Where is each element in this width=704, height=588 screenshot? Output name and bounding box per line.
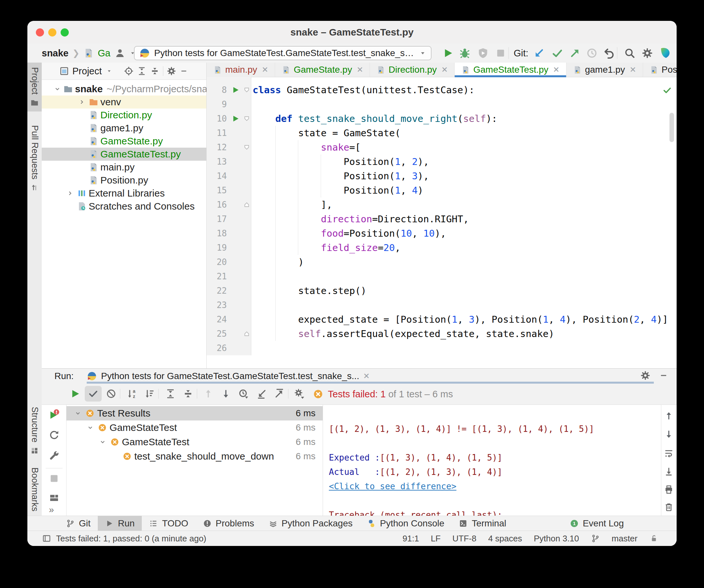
toolwindow-button-python-console[interactable]: Python Console [360, 516, 452, 531]
editor-tab-main-py[interactable]: main.py✕ [207, 63, 275, 77]
toolwindow-button-python-packages[interactable]: Python Packages [261, 516, 360, 531]
panel-options-button[interactable] [167, 66, 176, 76]
toolwindow-toggle-icon[interactable] [42, 534, 52, 543]
code-line-10[interactable]: 10 def test_snake_should_move_right(self… [207, 112, 677, 126]
rerun-button[interactable] [70, 388, 81, 399]
code-line-26[interactable]: 26 [207, 341, 677, 355]
show-ignored-button[interactable] [106, 388, 117, 399]
code-line-8[interactable]: 8class GameStateTest(unittest.TestCase): [207, 83, 677, 97]
code-line-18[interactable]: 18 food=Position(10, 10), [207, 226, 677, 241]
sort-by-duration-button[interactable] [144, 388, 155, 399]
project-tree-item-gamestatetest-py[interactable]: GameStateTest.py [42, 148, 206, 161]
project-tree-item-main-py[interactable]: main.py [42, 161, 206, 174]
sort-alphabetically-button[interactable]: az [126, 388, 137, 399]
chevron-down-icon[interactable] [106, 68, 112, 74]
project-tree-item-direction-py[interactable]: Direction.py [42, 109, 206, 122]
code-line-9[interactable]: 9 [207, 97, 677, 112]
coverage-button[interactable] [477, 47, 489, 59]
code-line-24[interactable]: 24 expected_state = [Position(1, 3), Pos… [207, 312, 677, 327]
toolwindow-button-git[interactable]: Git [59, 516, 98, 531]
editor-scrollbar[interactable] [669, 113, 674, 142]
status-message[interactable]: Tests failed: 1, passed: 0 (a minute ago… [56, 534, 206, 544]
git-commit-button[interactable] [551, 47, 563, 59]
toolwindow-button-run[interactable]: Run [98, 516, 142, 531]
project-panel-title[interactable]: Project [72, 66, 102, 76]
code-line-14[interactable]: 14 Position(1, 3), [207, 169, 677, 183]
editor-tab-direction-py[interactable]: Direction.py✕ [370, 63, 455, 77]
code-line-15[interactable]: 15 Position(1, 4) [207, 183, 677, 197]
chevron-down-icon[interactable] [85, 424, 95, 431]
status-item-lf[interactable]: LF [431, 534, 441, 544]
project-tree-item-external-libraries[interactable]: External Libraries [42, 187, 206, 200]
navbar-file[interactable]: Ga [98, 48, 111, 59]
toolwindow-button-terminal[interactable]: Terminal [452, 516, 513, 531]
chevron-down-icon[interactable] [53, 85, 61, 93]
sidebar-item-structure[interactable]: Structure [27, 402, 42, 460]
test-history-button[interactable] [238, 388, 249, 399]
fold-marker-icon[interactable] [242, 143, 251, 152]
collapse-all-button[interactable] [150, 66, 160, 76]
show-passed-button[interactable] [88, 388, 99, 399]
scroll-to-end-button[interactable] [663, 466, 674, 476]
locate-file-button[interactable] [124, 66, 134, 76]
fold-marker-icon[interactable] [242, 86, 251, 94]
print-button[interactable] [663, 484, 674, 495]
test-console-output[interactable]: [(1, 2), (1, 3), (1, 4)] != [(1, 3), (1,… [323, 405, 661, 516]
project-tree-item-snake[interactable]: snake~/PycharmProjects/snak [42, 82, 206, 96]
chevron-right-icon[interactable] [65, 189, 75, 197]
sidebar-item-pull-requests[interactable]: Pull Requests [27, 121, 42, 196]
chevron-down-icon[interactable] [73, 409, 83, 417]
lock-icon[interactable] [649, 534, 658, 543]
code-line-11[interactable]: 11 state = GameState( [207, 126, 677, 140]
expand-all-button[interactable] [165, 388, 176, 399]
export-results-button[interactable] [274, 388, 285, 399]
next-failed-button[interactable] [220, 388, 231, 399]
chevron-right-icon[interactable] [77, 98, 87, 106]
sidebar-item-project[interactable]: Project [27, 63, 42, 112]
code-with-me-icon[interactable] [658, 47, 671, 60]
search-everywhere-button[interactable] [624, 47, 636, 59]
history-button[interactable] [586, 47, 598, 59]
scroll-down-button[interactable] [663, 429, 674, 439]
code-line-12[interactable]: 12 snake=[ [207, 140, 677, 155]
status-item-python-3.10[interactable]: Python 3.10 [534, 534, 579, 544]
run-button[interactable] [442, 47, 454, 59]
run-settings-button[interactable] [48, 451, 60, 462]
code-line-19[interactable]: 19 field_size=20, [207, 241, 677, 255]
hide-panel-button[interactable] [180, 67, 188, 75]
project-tree-item-gamestate-py[interactable]: GameState.py [42, 135, 206, 148]
editor-tab-gamestatetest-py[interactable]: GameStateTest.py✕ [455, 63, 566, 77]
code-line-13[interactable]: 13 Position(1, 2), [207, 155, 677, 169]
project-tree-item-position-py[interactable]: Position.py [42, 174, 206, 187]
git-update-button[interactable] [533, 47, 545, 59]
run-test-gutter-icon[interactable] [231, 114, 240, 123]
test-tree-item-test-snake-should-move-down[interactable]: test_snake_should_move_down6 ms [66, 449, 322, 464]
settings-button[interactable] [641, 47, 653, 59]
fold-marker-icon[interactable] [242, 330, 251, 338]
code-line-22[interactable]: 22 state.step() [207, 284, 677, 298]
project-tree-item-venv[interactable]: venv [42, 96, 206, 109]
test-tree-item-test-results[interactable]: Test Results6 ms [66, 406, 322, 420]
toolwindow-button-problems[interactable]: Problems [195, 516, 261, 531]
code-line-20[interactable]: 20 ) [207, 255, 677, 269]
collapse-all-button[interactable] [182, 388, 194, 399]
import-results-button[interactable] [256, 388, 267, 399]
expand-all-button[interactable] [137, 66, 147, 76]
navbar-project[interactable]: snake [42, 48, 68, 59]
editor-tab-position-py[interactable]: Position.py✕ [643, 63, 677, 77]
status-item-91-1[interactable]: 91:1 [403, 534, 419, 544]
test-tree-item-gamestatetest[interactable]: GameStateTest6 ms [66, 435, 322, 449]
close-icon[interactable]: ✕ [357, 65, 363, 74]
inspections-ok-icon[interactable] [662, 85, 672, 95]
rollback-button[interactable] [603, 47, 615, 59]
code-line-17[interactable]: 17 direction=Direction.RIGHT, [207, 212, 677, 226]
fold-marker-icon[interactable] [242, 200, 251, 209]
layout-button[interactable] [48, 492, 60, 504]
soft-wrap-button[interactable] [663, 448, 674, 458]
run-configuration-select[interactable]: Python tests for GameStateTest.GameState… [134, 46, 431, 60]
close-icon[interactable]: ✕ [262, 65, 268, 74]
close-icon[interactable]: ✕ [630, 65, 636, 74]
project-tree-item-scratches-and-consoles[interactable]: Scratches and Consoles [42, 200, 206, 213]
code-line-23[interactable]: 23 [207, 298, 677, 312]
editor-tab-game1-py[interactable]: game1.py✕ [567, 63, 643, 77]
